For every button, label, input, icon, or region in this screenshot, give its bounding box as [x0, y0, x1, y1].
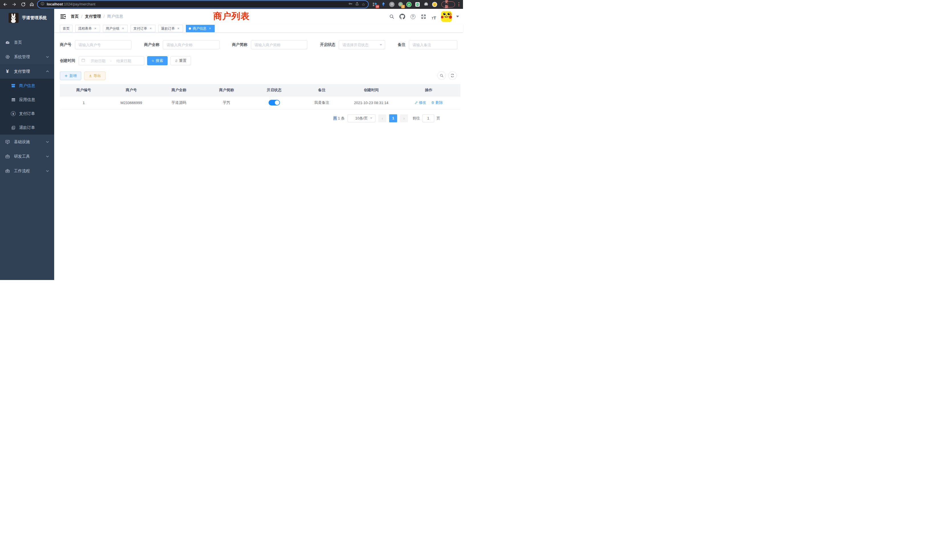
site-info-icon[interactable]	[41, 2, 44, 7]
prev-page-button[interactable]: ‹	[378, 114, 386, 122]
remark-input[interactable]	[409, 41, 457, 49]
chevron-down-icon	[46, 168, 49, 174]
close-icon[interactable]: ×	[208, 27, 212, 30]
date-end-input[interactable]	[113, 56, 135, 65]
bookmark-star-icon[interactable]: ☆	[362, 2, 365, 6]
merchant-no-input[interactable]	[75, 41, 132, 49]
tags-view: 首页 流程表单× 用户分组× 支付订单× 退款订单× 商户信息×	[54, 24, 463, 32]
header-search-icon[interactable]	[388, 13, 395, 20]
sidebar-item-infra[interactable]: 基础设施	[0, 135, 54, 149]
main-area: 首页 / 支付管理 / 商户信息 ? TT	[54, 9, 463, 280]
show-search-icon-button[interactable]	[437, 71, 446, 80]
github-icon[interactable]	[399, 13, 406, 20]
status-select[interactable]	[339, 41, 385, 49]
chevron-down-icon	[370, 118, 372, 119]
tag-pay-order[interactable]: 支付订单×	[130, 25, 155, 32]
reset-button[interactable]: 重置	[171, 56, 191, 65]
yen-icon: ¥	[5, 69, 10, 74]
date-range-picker[interactable]: -	[79, 56, 144, 65]
active-dot	[189, 27, 191, 30]
briefcase-icon	[5, 168, 10, 174]
refresh-button[interactable]	[448, 71, 457, 80]
browser-forward-icon[interactable]	[12, 2, 17, 7]
sidebar-item-pay[interactable]: ¥ 支付管理	[0, 64, 54, 79]
export-button[interactable]: 导出	[84, 71, 106, 80]
sidebar-item-workflow[interactable]: 工作流程	[0, 163, 54, 178]
cell-created: 2021-10-23 08:31:14	[345, 96, 397, 109]
app-title: 芋道管理系统	[22, 15, 47, 21]
edit-link[interactable]: 修改	[415, 100, 426, 105]
chrome-update-button[interactable]: 更新	[441, 2, 455, 8]
create-time-label: 创建时间	[60, 58, 75, 63]
cell-merchant-id: 1	[60, 96, 107, 109]
extension-pin-icon[interactable]	[381, 2, 386, 7]
merchant-shortname-label: 商户简称	[232, 42, 247, 47]
extension-command-icon[interactable]: ⌘	[389, 2, 395, 7]
extension-y-icon[interactable]: y	[406, 2, 412, 7]
extensions-puzzle-icon[interactable]	[424, 2, 429, 7]
font-size-icon[interactable]: TT	[431, 13, 437, 20]
status-toggle[interactable]	[269, 100, 280, 106]
extension-circle-icon[interactable]: 1	[398, 2, 403, 7]
documents-icon	[11, 125, 16, 130]
sidebar-toggle-icon[interactable]	[57, 11, 68, 22]
sidebar-item-app-info[interactable]: 应用信息	[0, 93, 54, 107]
sidebar-item-pay-order[interactable]: ¥ 支付订单	[0, 107, 54, 121]
close-icon[interactable]: ×	[94, 27, 97, 30]
navbar: 首页 / 支付管理 / 商户信息 ? TT	[54, 9, 463, 24]
browser-toolbar: localhost:1024/pay/merchant ☆ 10 ⌘ 1 y	[0, 0, 463, 9]
pagination: 共 1 条 10条/页 ‹ 1 › 前往 页	[60, 114, 440, 122]
close-icon[interactable]: ×	[177, 27, 180, 30]
sidebar-item-merchant-info[interactable]: 商户信息	[0, 79, 54, 93]
goto-page: 前往 页	[413, 114, 440, 122]
sidebar-item-refund-order[interactable]: 退款订单	[0, 121, 54, 135]
navbar-actions: ? TT	[388, 11, 459, 22]
goto-page-input[interactable]	[422, 114, 434, 122]
col-merchant-no: 商户号	[107, 84, 155, 96]
address-bar[interactable]: localhost:1024/pay/merchant ☆	[38, 1, 368, 8]
sidebar-item-home[interactable]: 首页	[0, 35, 54, 50]
table-row: 1 M233666999 芋道源码 芋艿 我是备注 2021-10-23 08:…	[60, 96, 460, 109]
cell-remark: 我是备注	[298, 96, 345, 109]
browser-home-icon[interactable]	[29, 2, 34, 7]
col-created: 创建时间	[345, 84, 397, 96]
user-avatar[interactable]	[441, 11, 452, 22]
help-icon[interactable]: ?	[409, 13, 416, 20]
password-key-icon[interactable]	[348, 2, 353, 7]
tag-refund-order[interactable]: 退款订单×	[158, 25, 183, 32]
search-button[interactable]: 搜索	[147, 56, 168, 65]
col-remark: 备注	[298, 84, 345, 96]
extension-doc-icon[interactable]	[415, 2, 420, 7]
extension-grid-icon[interactable]: 10	[372, 2, 377, 7]
sidebar-item-devtools[interactable]: 研发工具	[0, 149, 54, 163]
page-1-button[interactable]: 1	[389, 114, 397, 122]
merchant-shortname-input[interactable]	[251, 41, 307, 49]
tag-user-group[interactable]: 用户分组×	[103, 25, 128, 32]
toolbox-icon	[5, 154, 10, 159]
app-logo[interactable]: 芋道管理系统	[0, 9, 54, 27]
tag-home[interactable]: 首页	[60, 25, 73, 32]
browser-back-icon[interactable]	[3, 2, 8, 7]
tag-merchant-info[interactable]: 商户信息×	[186, 25, 215, 32]
close-icon[interactable]: ×	[121, 27, 125, 30]
next-page-button[interactable]: ›	[400, 114, 408, 122]
logo-rabbit-image	[9, 13, 18, 23]
chevron-up-icon	[46, 69, 49, 74]
browser-reload-icon[interactable]	[21, 2, 26, 7]
browser-menu-icon[interactable]	[457, 2, 461, 6]
close-icon[interactable]: ×	[149, 27, 153, 30]
breadcrumb-pay[interactable]: 支付管理	[85, 14, 101, 19]
merchant-fullname-input[interactable]	[163, 41, 219, 49]
sidebar-item-system[interactable]: 系统管理	[0, 50, 54, 64]
tag-process-form[interactable]: 流程表单×	[75, 25, 100, 32]
date-start-input[interactable]	[87, 56, 109, 65]
breadcrumb: 首页 / 支付管理 / 商户信息	[71, 14, 123, 19]
share-icon[interactable]	[355, 2, 359, 7]
add-button[interactable]: 新增	[60, 71, 81, 80]
fullscreen-icon[interactable]	[420, 13, 427, 20]
page-size-select[interactable]: 10条/页	[348, 114, 375, 122]
breadcrumb-home[interactable]: 首页	[71, 14, 79, 19]
avatar-dropdown-caret[interactable]	[456, 16, 459, 17]
profile-avatar-icon[interactable]	[432, 2, 437, 7]
delete-link[interactable]: 删除	[431, 100, 443, 105]
